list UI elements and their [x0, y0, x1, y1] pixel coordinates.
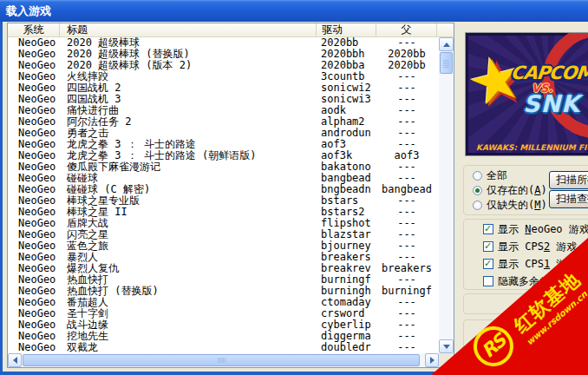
checkbox-icon [483, 259, 493, 269]
arrow-left-icon [10, 357, 17, 364]
table-row[interactable]: NeoGeo勇者之击androdun--- [8, 128, 439, 139]
scroll-up-button[interactable] [439, 37, 454, 51]
checkbox-label: 显示 NeoGeo 游戏 [498, 222, 588, 237]
header-system[interactable]: 系统 [8, 23, 60, 36]
game-list: 系统 标题 驱动 父 NeoGeo2020 超级棒球2020bb--- NeoG… [7, 23, 454, 368]
brand-capcom: CAPCOM [510, 62, 588, 83]
scan-find-button[interactable]: 扫描查找 [549, 190, 588, 208]
extra-groupbox-2 [463, 319, 588, 368]
checkbox-label: 显示 CPS2 游戏 [498, 240, 577, 254]
display-checkbox[interactable]: 显示 CPS2 游戏 [483, 240, 577, 253]
header-filler [437, 23, 454, 36]
table-row[interactable]: NeoGeo双截龙doubledr--- [8, 342, 439, 353]
table-row[interactable]: NeoGeo圣十字剑crsword--- [8, 308, 439, 319]
scroll-right-button[interactable] [425, 353, 439, 367]
display-checkbox[interactable]: 隐藏多余的 [483, 275, 550, 287]
vertical-scroll-thumb[interactable] [440, 52, 453, 74]
header-title[interactable]: 标题 [60, 23, 317, 36]
display-options-groupbox: 显示 NeoGeo 游戏 显示 CPS2 游戏 显示 CPS1 游戏 隐藏多余的 [463, 219, 588, 290]
table-row[interactable]: NeoGeo四国战机 3sonicwi3--- [8, 94, 439, 105]
load-game-dialog: 载入游戏 系统 标题 驱动 父 NeoGeo2020 超级棒球2020bb---… [0, 0, 588, 375]
radio-icon [473, 201, 482, 210]
scroll-down-button[interactable] [439, 339, 454, 353]
header-driver[interactable]: 驱动 [317, 23, 376, 36]
table-row[interactable]: NeoGeo龙虎之拳 3 ： 斗士的路途aof3--- [8, 139, 439, 150]
table-row[interactable]: NeoGeo热血快打burningf--- [8, 274, 439, 286]
table-row[interactable]: NeoGeo2020 超级棒球 (替换版)2020bbh2020bb [8, 49, 439, 60]
table-row[interactable]: NeoGeo龙虎之拳 3 ： 斗士的路途 (朝鲜语版)aof3kaof3 [8, 150, 439, 161]
table-row[interactable]: NeoGeo碰碰球 (C 解密)bngbeadnbangbead [8, 184, 439, 195]
arrow-up-icon [443, 39, 450, 47]
window-title: 载入游戏 [6, 4, 51, 17]
table-row[interactable]: NeoGeo战斗边缘cyberlip--- [8, 319, 439, 331]
table-row[interactable]: NeoGeo四国战机 2sonicwi2--- [8, 82, 439, 94]
filter-radio[interactable]: 全部 [473, 169, 507, 181]
table-row[interactable]: NeoGeo火线摔跤3countb--- [8, 71, 439, 82]
preview-caption: KAWAKS: MILLENNIUM FIGHT 2 [476, 143, 588, 152]
table-row[interactable]: NeoGeo痛快进行曲aodk--- [8, 105, 439, 116]
display-checkbox[interactable]: 显示 CPS1 游戏 [483, 258, 577, 270]
table-row[interactable]: NeoGeo棒球之星专业版bstars--- [8, 195, 439, 207]
table-row[interactable]: NeoGeo阿尔法任务 2alpham2--- [8, 116, 439, 128]
header-parent[interactable]: 父 [376, 23, 437, 36]
radio-label: 全部 [487, 168, 507, 183]
arrow-down-icon [443, 345, 450, 352]
table-row[interactable]: NeoGeo傻瓜殿下麻雀漫游记bakatono--- [8, 161, 439, 173]
table-row[interactable]: NeoGeo盾牌大战flipshot--- [8, 218, 439, 229]
table-row[interactable]: NeoGeo棒球之星 IIbstars2--- [8, 207, 439, 218]
radio-label: 仅缺失的(M) [487, 198, 547, 213]
game-table-body: NeoGeo2020 超级棒球2020bb--- NeoGeo2020 超级棒球… [8, 37, 439, 353]
vertical-scrollbar[interactable] [439, 37, 454, 353]
table-row[interactable]: NeoGeo爆烈人复仇breakrevbreakers [8, 263, 439, 274]
checkbox-icon [483, 241, 493, 252]
filter-radio[interactable]: 仅存在的(A) [473, 184, 547, 196]
arrow-right-icon [430, 357, 438, 364]
radio-icon [473, 186, 482, 195]
window-border-bottom [0, 372, 588, 375]
display-checkbox[interactable]: 显示 NeoGeo 游戏 [483, 223, 588, 235]
scroll-left-button[interactable] [8, 353, 22, 367]
table-row[interactable]: NeoGeo2020 超级棒球 (版本 2)2020bba2020bb [8, 60, 439, 71]
horizontal-scrollbar[interactable] [8, 353, 439, 367]
checkbox-icon [483, 224, 493, 234]
extra-groupbox-1 [463, 293, 588, 314]
table-row[interactable]: NeoGeo闪亮之星blazstar--- [8, 229, 439, 240]
titlebar[interactable]: 载入游戏 [0, 0, 588, 22]
table-row[interactable]: NeoGeo蓝色之旅bjourney--- [8, 240, 439, 252]
table-row[interactable]: NeoGeo挖地先生diggerma--- [8, 331, 439, 342]
table-row[interactable]: NeoGeo碰碰球bangbead--- [8, 173, 439, 184]
brand-snk: SNK [523, 90, 580, 117]
window-border-left [0, 22, 3, 375]
checkbox-label: 显示 CPS1 游戏 [498, 257, 577, 272]
scan-all-button[interactable]: 扫描所有 [549, 171, 588, 189]
scrollbar-corner [439, 353, 454, 367]
radio-label: 仅存在的(A) [487, 183, 547, 198]
game-preview-image: ★ ★ CAPCOM VS. SNK KAWAKS: MILLENNIUM FI… [465, 32, 588, 156]
checkbox-icon [483, 276, 493, 286]
table-row[interactable]: NeoGeo热血快打 (替换版)burninghburningf [8, 286, 439, 297]
table-row[interactable]: NeoGeo暴烈人breakers--- [8, 252, 439, 263]
horizontal-scroll-thumb[interactable] [23, 354, 420, 366]
filter-radio[interactable]: 仅缺失的(M) [473, 199, 547, 211]
table-row[interactable]: NeoGeo2020 超级棒球2020bb--- [8, 37, 439, 49]
checkbox-label: 隐藏多余的 [498, 274, 550, 289]
table-row[interactable]: NeoGeo番茄超人ctomaday--- [8, 297, 439, 308]
radio-icon [473, 171, 482, 181]
table-header: 系统 标题 驱动 父 [8, 23, 454, 37]
